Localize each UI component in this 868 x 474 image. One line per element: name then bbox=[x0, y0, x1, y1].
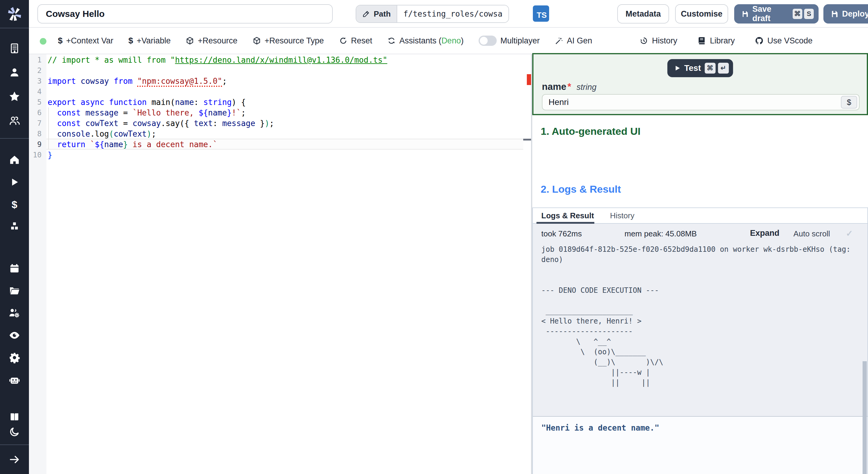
user-icon[interactable] bbox=[0, 66, 29, 79]
save-icon bbox=[741, 10, 749, 18]
deploy-button[interactable]: Deploy bbox=[824, 4, 868, 24]
code-editor[interactable]: 12345678910 // import * as wmill from "h… bbox=[29, 54, 531, 474]
reset-button[interactable]: Reset bbox=[339, 36, 373, 46]
groups-icon[interactable] bbox=[0, 114, 29, 127]
variables-icon[interactable]: $ bbox=[0, 198, 29, 211]
folders-icon[interactable] bbox=[0, 284, 29, 297]
use-vscode-button[interactable]: Use VScode bbox=[755, 36, 812, 46]
resources-icon[interactable] bbox=[0, 219, 29, 233]
expand-sidebar-icon[interactable] bbox=[0, 453, 29, 466]
name-input[interactable]: Henri $ bbox=[542, 94, 860, 110]
tab-logs-result[interactable]: Logs & Result bbox=[541, 211, 594, 220]
customise-button[interactable]: Customise bbox=[675, 4, 728, 24]
path-button[interactable]: Path f/testing_roles/cowsa bbox=[355, 5, 509, 23]
duration-label: took 762ms bbox=[541, 229, 582, 238]
code-line bbox=[48, 65, 523, 76]
play-icon bbox=[674, 65, 681, 71]
top-bar: Cowsay Hello Path f/testing_roles/cowsa … bbox=[29, 0, 868, 28]
ai-gen-button[interactable]: AI Gen bbox=[555, 36, 592, 46]
code-line: export async function main(name: string)… bbox=[48, 97, 523, 108]
history-button[interactable]: History bbox=[639, 36, 677, 46]
context-var-button[interactable]: $+Context Var bbox=[58, 36, 113, 46]
favorites-icon[interactable] bbox=[0, 90, 29, 103]
code-line bbox=[48, 87, 523, 97]
pencil-icon bbox=[362, 10, 370, 18]
section-logs-result: 2. Logs & Result bbox=[541, 183, 621, 195]
script-title-input[interactable]: Cowsay Hello bbox=[37, 4, 333, 24]
runs-icon[interactable] bbox=[0, 176, 29, 189]
save-icon bbox=[831, 10, 838, 18]
multiplayer-button[interactable]: Multiplayer bbox=[478, 36, 540, 46]
cmd-key: ⌘ bbox=[793, 9, 802, 19]
mem-peak-label: mem peak: 45.08MB bbox=[624, 229, 697, 238]
line-number: 5 bbox=[29, 97, 41, 108]
test-button[interactable]: Test ⌘↵ bbox=[667, 59, 733, 77]
path-value[interactable]: f/testing_roles/cowsa bbox=[397, 5, 508, 22]
library-button[interactable]: Library bbox=[697, 36, 735, 46]
error-marker bbox=[527, 74, 531, 85]
ai-icon[interactable] bbox=[0, 373, 29, 387]
s-key: S bbox=[804, 9, 814, 19]
cursor-marker bbox=[523, 139, 531, 141]
typescript-badge: TS bbox=[533, 5, 549, 22]
field-type-label: string bbox=[577, 83, 596, 92]
windmill-logo-icon[interactable] bbox=[0, 5, 29, 23]
required-star: * bbox=[567, 81, 571, 92]
status-dot bbox=[40, 38, 46, 45]
schedules-icon[interactable] bbox=[0, 262, 29, 275]
save-draft-button[interactable]: Save draft ⌘S bbox=[734, 4, 818, 24]
workers-icon[interactable] bbox=[0, 306, 29, 320]
windmill-script-editor: $ Cowsay Hello Path f/testing_roles/cows… bbox=[0, 0, 868, 474]
line-number: 9 bbox=[29, 139, 41, 150]
line-number: 4 bbox=[29, 87, 41, 97]
line-number: 2 bbox=[29, 65, 41, 76]
sidebar-divider bbox=[0, 138, 29, 139]
sidebar-divider bbox=[0, 444, 29, 445]
resource-button[interactable]: +Resource bbox=[186, 36, 237, 46]
audit-logs-icon[interactable] bbox=[0, 329, 29, 342]
code-line: import cowsay from "npm:cowsay@1.5.0"; bbox=[48, 76, 523, 87]
assistants-button[interactable]: Assistants (Deno) bbox=[387, 36, 464, 46]
line-number: 3 bbox=[29, 76, 41, 87]
preview-panel: Test ⌘↵ name* string Henri $ 1. Auto-gen… bbox=[532, 54, 868, 474]
home-icon[interactable] bbox=[0, 153, 29, 167]
code-line: return `${name} is a decent name.` bbox=[48, 139, 523, 150]
logs-box: Logs & Result History took 762ms mem pea… bbox=[532, 207, 868, 474]
dark-mode-icon[interactable] bbox=[0, 425, 29, 438]
line-number: 1 bbox=[29, 55, 41, 65]
line-number: 6 bbox=[29, 108, 41, 118]
metadata-button[interactable]: Metadata bbox=[617, 4, 669, 24]
sidebar-divider bbox=[0, 28, 29, 28]
workspace-icon[interactable] bbox=[0, 41, 29, 55]
autoscroll-label[interactable]: Auto scroll bbox=[794, 229, 830, 238]
docs-icon[interactable] bbox=[0, 410, 29, 423]
result-area: "Henri is a decent name." bbox=[533, 416, 867, 474]
check-icon[interactable]: ✓ bbox=[846, 229, 853, 238]
expand-button[interactable]: Expand bbox=[750, 229, 779, 238]
section-auto-generated-ui: 1. Auto-generated UI bbox=[541, 125, 641, 137]
cmd-key: ⌘ bbox=[705, 63, 715, 73]
result-value: "Henri is a decent name." bbox=[541, 423, 659, 433]
scrollbar[interactable] bbox=[863, 361, 867, 474]
code-line: console.log(cowText); bbox=[48, 129, 523, 139]
overview-ruler bbox=[523, 54, 531, 474]
settings-icon[interactable] bbox=[0, 351, 29, 364]
logs-tabs: Logs & Result History bbox=[533, 208, 867, 224]
insert-variable-button[interactable]: $ bbox=[841, 96, 857, 109]
code-line: } bbox=[48, 150, 523, 160]
line-number: 7 bbox=[29, 118, 41, 129]
variable-button[interactable]: $+Variable bbox=[128, 36, 170, 46]
code-line: // import * as wmill from "https://deno.… bbox=[48, 55, 523, 65]
arguments-box: Test ⌘↵ name* string Henri $ bbox=[532, 53, 868, 115]
log-area: took 762ms mem peak: 45.08MB Expand Auto… bbox=[533, 224, 867, 416]
multiplayer-toggle[interactable] bbox=[478, 36, 497, 46]
line-number: 8 bbox=[29, 129, 41, 139]
enter-key: ↵ bbox=[718, 63, 729, 73]
resource-type-button[interactable]: +Resource Type bbox=[253, 36, 324, 46]
editor-toolbar: $+Context Var$+Variable+Resource+Resourc… bbox=[29, 28, 868, 54]
code-line: const message = `Hello there, ${name}!`; bbox=[48, 108, 523, 118]
sidebar: $ bbox=[0, 0, 29, 474]
field-name-label: name bbox=[542, 81, 566, 92]
log-output: job 0189d64f-812b-525e-f020-652bd9da1100… bbox=[541, 244, 850, 388]
tab-history[interactable]: History bbox=[610, 211, 634, 220]
